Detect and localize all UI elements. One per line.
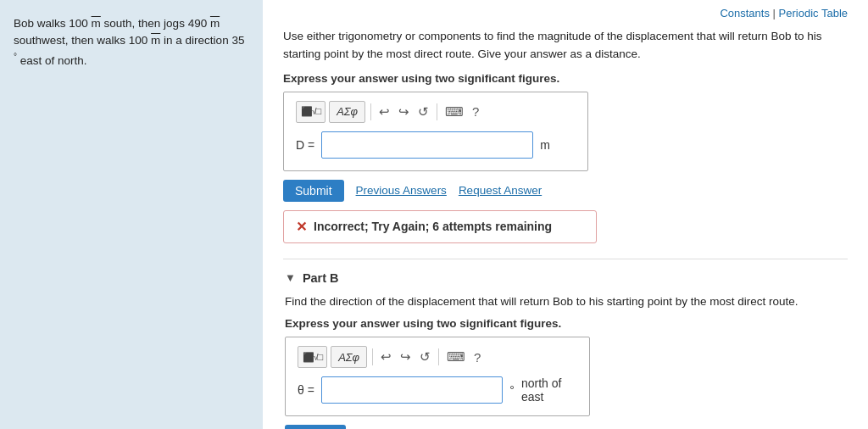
parta-request-answer-button[interactable]: Request Answer (459, 184, 542, 197)
partb-fx-icon: ⬛√□ (303, 352, 322, 363)
parta-answer-box: ⬛√□ ΑΣφ ↩ ↪ ↺ ⌨ ? D = m (283, 92, 588, 171)
partb-section: ▼ Part B Find the direction of the displ… (283, 271, 848, 429)
sidebar-problem-text: Bob walks 100 m south, then jogs 490 m s… (14, 15, 249, 69)
parta-question-text: Use either trigonometry or components to… (283, 28, 848, 64)
partb-reset-icon[interactable]: ↺ (417, 349, 433, 365)
parta-redo-icon[interactable]: ↪ (396, 104, 412, 120)
partb-toolbar-sep2 (438, 348, 439, 365)
constants-link[interactable]: Constants (720, 7, 770, 20)
partb-toolbar-sep1 (372, 348, 373, 365)
partb-answer-input[interactable] (321, 376, 503, 404)
partb-submit-button[interactable]: Submit (285, 425, 346, 429)
partb-question-text: Find the direction of the displacement t… (285, 293, 848, 310)
parta-input-row: D = m (296, 131, 576, 159)
parta-toolbar: ⬛√□ ΑΣφ ↩ ↪ ↺ ⌨ ? (296, 101, 576, 123)
partb-express-label: Express your answer using two significan… (285, 317, 848, 330)
partb-unit-before: ° (509, 383, 515, 397)
partb-fx-button[interactable]: ⬛√□ (298, 346, 327, 368)
partb-undo-icon[interactable]: ↩ (378, 349, 394, 365)
parta-aes-button[interactable]: ΑΣφ (329, 101, 365, 123)
partb-aes-button[interactable]: ΑΣφ (331, 346, 367, 368)
periodic-table-link[interactable]: Periodic Table (779, 7, 848, 20)
partb-help-icon[interactable]: ? (471, 350, 483, 365)
partb-input-label: θ = (298, 383, 314, 397)
parta-toolbar-sep2 (437, 103, 437, 120)
parta-submit-button[interactable]: Submit (283, 180, 344, 202)
parta-error-icon: ✕ (296, 219, 307, 235)
partb-toolbar: ⬛√□ ΑΣφ ↩ ↪ ↺ ⌨ ? (298, 346, 577, 368)
partb-answer-box: ⬛√□ ΑΣφ ↩ ↪ ↺ ⌨ ? θ = ° (285, 337, 590, 416)
partb-aes-icon: ΑΣφ (338, 351, 359, 364)
parta-error-text: Incorrect; Try Again; 6 attempts remaini… (314, 220, 552, 233)
parta-undo-icon[interactable]: ↩ (376, 104, 392, 120)
partb-btn-row: Submit Request Answer (285, 425, 848, 429)
parta-previous-answers-button[interactable]: Previous Answers (356, 184, 447, 197)
top-links: Constants | Periodic Table (283, 7, 848, 20)
parta-express-label: Express your answer using two significan… (283, 72, 848, 85)
parta-toolbar-sep1 (370, 103, 371, 120)
parta-error-box: ✕ Incorrect; Try Again; 6 attempts remai… (283, 210, 597, 243)
partb-input-row: θ = ° north of east (298, 376, 577, 404)
parta-fx-icon: ⬛√□ (301, 106, 320, 117)
parta-reset-icon[interactable]: ↺ (415, 104, 431, 120)
parta-fx-button[interactable]: ⬛√□ (296, 101, 326, 123)
parta-help-icon[interactable]: ? (470, 104, 481, 119)
partb-collapse-icon[interactable]: ▼ (285, 271, 296, 284)
partb-unit-after: north of east (521, 376, 577, 404)
parta-aes-icon: ΑΣφ (337, 105, 358, 118)
parta-btn-row: Submit Previous Answers Request Answer (283, 180, 848, 202)
parta-unit-label: m (540, 138, 550, 152)
link-separator: | (773, 7, 779, 20)
section-divider (283, 259, 848, 259)
partb-label: Part B (303, 271, 339, 285)
partb-header-row: ▼ Part B (285, 271, 848, 285)
parta-answer-input[interactable] (321, 131, 533, 159)
parta-keyboard-icon[interactable]: ⌨ (442, 104, 466, 120)
sidebar: Bob walks 100 m south, then jogs 490 m s… (0, 0, 263, 429)
partb-redo-icon[interactable]: ↪ (398, 349, 414, 365)
partb-keyboard-icon[interactable]: ⌨ (444, 349, 468, 365)
main-content: Constants | Periodic Table Use either tr… (263, 0, 868, 429)
parta-input-label: D = (296, 138, 314, 152)
